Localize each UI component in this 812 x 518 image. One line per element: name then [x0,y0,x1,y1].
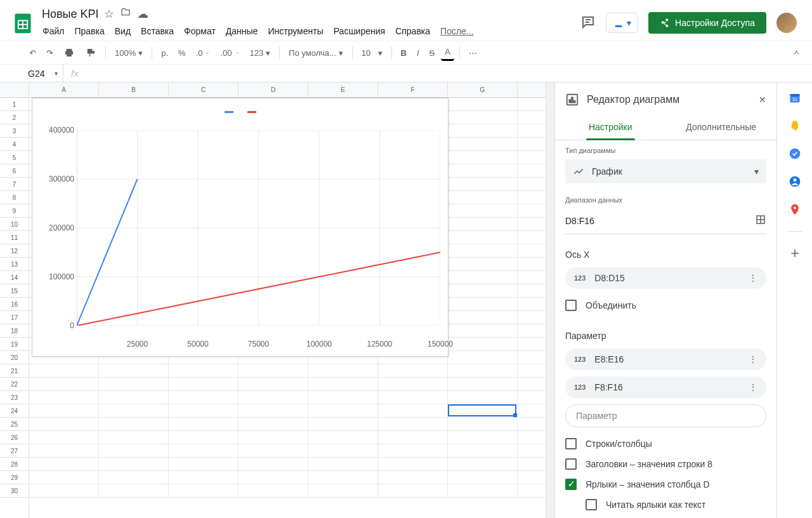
series-chip-2[interactable]: 123 F8:F16 ⋮ [565,376,766,398]
labels-checkbox[interactable] [565,479,577,490]
menu-edit[interactable]: Правка [70,23,108,39]
row-header[interactable]: 10 [0,218,29,231]
col-header[interactable]: A [29,83,99,97]
row-header[interactable]: 27 [0,444,29,458]
row-header[interactable]: 5 [0,151,29,164]
data-range-value[interactable]: D8:F16 [565,216,594,226]
row-header[interactable]: 24 [0,404,29,418]
tasks-icon[interactable] [789,147,801,160]
col-header[interactable]: E [308,83,378,97]
print-icon[interactable] [60,44,79,61]
calendar-icon[interactable]: 31 [789,91,801,104]
rows-cols-checkbox[interactable] [565,438,577,449]
col-header[interactable]: D [239,83,308,97]
x-axis-chip[interactable]: 123 D8:D15 ⋮ [565,267,766,289]
row-header[interactable]: 29 [0,471,29,484]
add-icon[interactable] [789,247,801,260]
present-button[interactable]: ▾ [606,13,638,33]
row-header[interactable]: 11 [0,231,29,244]
row-header[interactable]: 2 [0,111,29,124]
row-header[interactable]: 25 [0,418,29,431]
text-labels-checkbox[interactable] [586,499,597,510]
menu-format[interactable]: Формат [180,23,220,39]
last-edit[interactable]: После... [436,23,478,39]
row-header[interactable]: 30 [0,484,29,498]
row-header[interactable]: 7 [0,178,29,191]
contacts-icon[interactable] [789,175,801,188]
menu-file[interactable]: Файл [38,23,69,39]
number-format[interactable]: 123 ▾ [246,46,275,60]
italic-icon[interactable]: I [413,46,423,60]
more-vert-icon[interactable]: ⋮ [749,354,757,364]
row-header[interactable]: 15 [0,284,29,298]
tab-setup[interactable]: Настройки [555,114,666,140]
more-vert-icon[interactable]: ⋮ [749,273,757,283]
row-header[interactable]: 20 [0,351,29,364]
more-vert-icon[interactable]: ⋮ [749,382,757,392]
dec-decrease[interactable]: .0← [192,46,214,60]
avatar[interactable] [776,13,797,33]
tab-customize[interactable]: Дополнительные [666,114,777,140]
menu-insert[interactable]: Вставка [136,23,178,39]
row-header[interactable]: 21 [0,364,29,378]
col-header[interactable]: B [99,83,169,97]
collapse-toolbar-icon[interactable]: ㅅ [789,44,804,61]
menu-extensions[interactable]: Расширения [329,23,390,39]
bold-icon[interactable]: B [397,46,410,60]
row-header[interactable]: 4 [0,138,29,151]
keep-icon[interactable] [789,119,801,132]
col-header[interactable]: G [448,83,518,97]
combine-checkbox[interactable] [565,300,577,311]
strike-icon[interactable]: S [426,46,439,60]
col-header[interactable]: C [169,83,239,97]
row-header[interactable]: 6 [0,164,29,178]
select-all-corner[interactable] [0,83,29,98]
sheet-area[interactable]: 1234567891011121314151617181920212223242… [0,83,554,518]
chart-type-select[interactable]: График ▾ [565,159,766,183]
row-header[interactable]: 1 [0,98,29,111]
add-series-button[interactable]: Параметр [565,404,766,427]
maps-icon[interactable] [789,203,801,216]
percent-format[interactable]: % [174,46,190,60]
row-header[interactable]: 14 [0,271,29,284]
font-select[interactable]: По умолча... ▾ [285,46,347,60]
row-header[interactable]: 17 [0,311,29,324]
text-color-icon[interactable]: A [441,44,454,61]
menu-data[interactable]: Данные [221,23,263,39]
move-icon[interactable] [121,7,131,21]
dec-increase[interactable]: .00→ [217,46,244,60]
star-icon[interactable]: ☆ [104,7,114,21]
menu-tools[interactable]: Инструменты [263,23,327,39]
close-icon[interactable]: ✕ [759,95,766,105]
paint-format-icon[interactable] [81,44,100,61]
headers-checkbox[interactable] [565,458,577,470]
row-header[interactable]: 12 [0,244,29,258]
share-button[interactable]: Настройки Доступа [648,12,766,34]
row-header[interactable]: 26 [0,431,29,444]
row-header[interactable]: 18 [0,324,29,338]
undo-icon[interactable]: ↶ [25,46,40,60]
cloud-icon[interactable]: ☁ [137,7,148,21]
name-box[interactable]: G24▾ [0,65,63,82]
sheets-logo-icon[interactable] [10,10,36,36]
vertical-scrollbar[interactable] [546,83,554,518]
row-header[interactable]: 3 [0,124,29,138]
document-title[interactable]: Новые KPI [42,8,99,21]
row-header[interactable]: 9 [0,204,29,218]
row-header[interactable]: 19 [0,338,29,351]
row-header[interactable]: 22 [0,378,29,391]
font-size[interactable]: 10 ▾ [358,46,386,60]
row-header[interactable]: 28 [0,458,29,471]
menu-view[interactable]: Вид [110,23,135,39]
row-header[interactable]: 23 [0,391,29,404]
series-chip-1[interactable]: 123 E8:E16 ⋮ [565,349,766,370]
zoom-select[interactable]: 100% ▾ [111,46,147,60]
row-header[interactable]: 13 [0,258,29,271]
col-header[interactable]: F [378,83,448,97]
row-header[interactable]: 8 [0,191,29,204]
menu-help[interactable]: Справка [391,23,435,39]
comments-icon[interactable] [580,15,596,32]
row-header[interactable]: 16 [0,298,29,311]
currency-format[interactable]: р. [157,46,172,60]
select-range-icon[interactable] [755,214,766,227]
